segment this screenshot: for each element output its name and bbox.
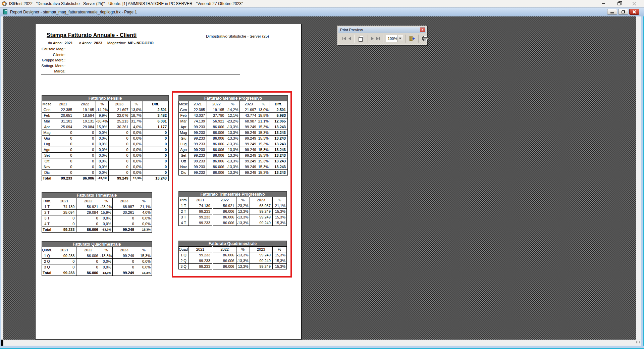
table-cell: 1 Q	[179, 252, 189, 258]
report-title: Stampa Fatturato Annuale - Clienti	[47, 32, 137, 38]
table-cell: 99.249	[112, 227, 136, 233]
table-row: Gen22.38519.195-14,2%21.69713,0%2.501	[179, 107, 288, 113]
column-header: 2021	[189, 101, 207, 107]
table-cell: 0	[108, 136, 130, 141]
table-cell: 99.249	[108, 176, 130, 181]
table-cell: 31.101	[52, 118, 74, 124]
table-cell: 13.243	[143, 176, 168, 181]
column-header: 2022	[76, 198, 100, 204]
table-cell: 21,1%	[136, 204, 152, 210]
table-cell: 99.233	[189, 130, 207, 136]
table-cell: -13,3%	[236, 264, 250, 269]
table-cell: 0,0%	[136, 264, 152, 270]
print-preview-titlebar[interactable]: Print Preview x	[338, 27, 426, 33]
table-header-row: Trim.20212022%2023%	[42, 198, 152, 204]
table-cell: 0	[74, 136, 96, 141]
close-preview-button[interactable]	[408, 35, 417, 43]
table-cell: 0,0%	[96, 147, 108, 153]
print-preview-toolbar: 100%	[338, 33, 426, 44]
table-cell: Feb	[42, 113, 52, 118]
table-cell: 0,0%	[100, 264, 112, 270]
table-cell: 99.233	[52, 176, 74, 181]
designer-restore-button[interactable]	[618, 9, 628, 15]
zoom-combobox[interactable]: 100%	[386, 35, 403, 42]
table-cell: 99.233	[189, 158, 207, 164]
previous-page-button[interactable]	[347, 35, 352, 43]
canvas-gutter-left	[1, 16, 3, 340]
last-page-button[interactable]	[375, 35, 381, 43]
table-cell: -13,3%	[226, 147, 239, 153]
pages-button[interactable]	[356, 35, 366, 43]
table-cell: 13.243	[269, 130, 287, 136]
print-button[interactable]	[421, 35, 430, 43]
table-row: 3 Q000,0%00,0%	[42, 264, 152, 270]
print-preview-close-button[interactable]: x	[420, 28, 425, 32]
table-cell: 31,7%	[130, 118, 143, 124]
table-cell: 15,3%	[258, 153, 269, 158]
column-header: %	[258, 101, 269, 107]
next-page-button[interactable]	[370, 35, 375, 43]
first-page-button[interactable]	[341, 35, 347, 43]
table-header-row: Mese20212022%2023%Diff.	[42, 101, 169, 107]
table-cell: 99.249	[112, 270, 136, 276]
report-table: Trim.20212022%2023%1 T74.13956.921-23,2%…	[178, 197, 287, 226]
toolbar-separator	[406, 35, 406, 43]
designer-minimize-button[interactable]	[607, 9, 617, 15]
column-header: 2022	[213, 197, 236, 203]
filter-label: a Anno:	[79, 41, 92, 45]
table-cell: -14,2%	[226, 107, 239, 113]
column-header: Trim.	[42, 198, 52, 204]
table-cell: 21,1%	[272, 203, 286, 209]
table-cell: Nov	[179, 164, 189, 170]
table-cell: 0	[52, 147, 74, 153]
table-cell: 74.139	[189, 118, 207, 124]
chevron-down-icon[interactable]	[397, 35, 403, 42]
table-cell: 0	[112, 221, 136, 227]
table-row: Apr99.23386.006-13,3%99.24915,3%13.243	[179, 124, 288, 130]
table-cell: 15,3%	[272, 258, 286, 264]
report-table: Mese20212022%2023%Diff.Gen22.38519.195-1…	[42, 101, 169, 181]
table-cell: 0,0%	[96, 130, 108, 136]
table-cell: 99.249	[239, 141, 258, 147]
table-cell: 0	[76, 221, 100, 227]
table-cell: 0,0%	[100, 221, 112, 227]
table-cell: -13,3%	[226, 124, 239, 130]
table-cell: Lug	[42, 141, 52, 147]
table-cell: 68.987	[239, 118, 258, 124]
table-cell: Total	[42, 270, 52, 276]
restore-button[interactable]	[611, 0, 627, 7]
table-cell: 86.006	[213, 220, 236, 226]
table-cell: 86.006	[213, 258, 236, 264]
designer-title: Report Designer - stampa_mag_fatturatoan…	[10, 10, 137, 14]
table-cell: 15,3%	[258, 147, 269, 153]
table-cell: 0	[112, 259, 136, 264]
table-cell: 15,3%	[258, 141, 269, 147]
table-row: 2 Q000,0%00,0%	[42, 259, 152, 264]
table-cell: -12,1%	[226, 113, 239, 118]
close-button[interactable]	[627, 0, 642, 7]
scrollbar-track[interactable]	[636, 16, 641, 340]
table-cell: 0,0%	[96, 153, 108, 158]
table-cell: 15,3%	[272, 209, 286, 214]
table-cell: 13.243	[269, 153, 287, 158]
minimize-button[interactable]	[596, 0, 611, 7]
resize-grip[interactable]	[636, 341, 640, 345]
restore-icon	[622, 10, 625, 13]
table-cell: 30.261	[108, 124, 130, 130]
column-header: Quad.	[179, 247, 189, 252]
table-fatturato-trimestrale-progressivo: Fatturato Trimestrale ProgressivoTrim.20…	[178, 191, 287, 226]
last-page-icon	[379, 37, 380, 40]
table-cell: 99.249	[250, 264, 272, 269]
toolbar-separator	[383, 35, 383, 43]
last-page-icon	[376, 37, 379, 40]
table-cell: 3 T	[179, 214, 189, 220]
designer-close-button[interactable]	[629, 9, 639, 15]
table-cell: Mar	[42, 118, 52, 124]
table-cell: 86.006	[213, 209, 236, 214]
table-title: Fatturato Trimestrale	[42, 192, 152, 198]
table-title: Fatturato Mensile Progressivo	[178, 95, 288, 101]
table-header-row: Quad.20212022%2023%	[179, 247, 287, 252]
table-cell: Ago	[42, 147, 52, 153]
table-row: 2 Q99.23386.006-13,3%99.24915,3%	[179, 258, 287, 264]
table-cell: Giu	[179, 136, 189, 141]
